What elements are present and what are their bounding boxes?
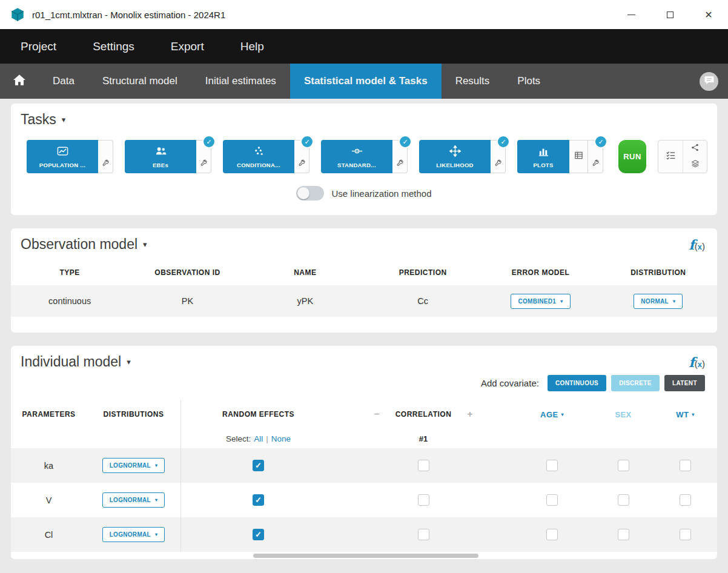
- age-cell: [511, 517, 593, 552]
- horizontal-scrollbar-track: [11, 554, 717, 559]
- correlation-add-button[interactable]: +: [467, 409, 472, 420]
- run-button[interactable]: RUN: [618, 140, 646, 173]
- tab-data[interactable]: Data: [39, 64, 88, 99]
- maximize-button[interactable]: [650, 0, 689, 29]
- task-checklist-button[interactable]: [658, 141, 683, 173]
- ka-correlation-checkbox[interactable]: [418, 460, 429, 471]
- task-done-badge: ✓: [300, 135, 314, 148]
- v-distribution-dropdown[interactable]: LOGNORMAL ▾: [102, 492, 165, 508]
- chevron-down-icon: ▾: [155, 463, 157, 468]
- task-likelihood: LIKELIHOOD ✓: [419, 140, 506, 173]
- linearization-toggle[interactable]: [296, 186, 324, 200]
- plots-selection-button[interactable]: [569, 140, 588, 173]
- chevron-down-icon: ▾: [155, 532, 157, 537]
- tasks-heading[interactable]: Tasks: [21, 111, 56, 128]
- fx-formula-icon[interactable]: f(x): [689, 354, 705, 370]
- wt-covariate-dropdown[interactable]: WT ▾: [676, 410, 694, 419]
- standard-errors-button[interactable]: STANDARD...: [321, 140, 392, 173]
- cl-wt-checkbox[interactable]: [680, 529, 691, 540]
- fx-formula-icon[interactable]: f(x): [689, 237, 705, 253]
- cl-distribution-dropdown[interactable]: LOGNORMAL ▾: [102, 527, 165, 542]
- conditional-distribution-button[interactable]: CONDITIONA...: [223, 140, 294, 173]
- sex-covariate-label[interactable]: SEX: [615, 410, 631, 419]
- ka-sex-checkbox[interactable]: [618, 460, 629, 471]
- ebes-icon: [155, 145, 167, 159]
- task-done-badge: ✓: [202, 135, 216, 148]
- layers-button[interactable]: [683, 157, 707, 173]
- main-content: Tasks ▾ POPULATION ... ✓: [0, 99, 728, 559]
- feedback-button[interactable]: [700, 72, 718, 91]
- cl-random-effect-checkbox[interactable]: [253, 529, 264, 540]
- minimize-button[interactable]: [612, 0, 650, 29]
- population-parameters-button[interactable]: POPULATION ...: [27, 140, 98, 173]
- col-name: NAME: [247, 268, 364, 277]
- observation-heading[interactable]: Observation model: [21, 236, 137, 253]
- tab-plots[interactable]: Plots: [503, 64, 554, 99]
- add-latent-covariate-button[interactable]: LATENT: [664, 375, 705, 391]
- cl-correlation-checkbox[interactable]: [418, 529, 429, 540]
- add-covariate-row: Add covariate: CONTINUOUS DISCRETE LATEN…: [11, 375, 717, 400]
- col-parameters: PARAMETERS: [11, 400, 87, 429]
- distribution-dropdown[interactable]: NORMAL ▾: [634, 294, 683, 309]
- individual-heading[interactable]: Individual model: [21, 354, 121, 370]
- observation-table-row: continuous PK yPK Cc COMBINED1 ▾ NORMAL …: [11, 285, 717, 317]
- menu-project[interactable]: Project: [21, 40, 56, 53]
- ka-distribution-dropdown[interactable]: LOGNORMAL ▾: [102, 458, 165, 473]
- collapse-caret-icon[interactable]: ▾: [143, 240, 147, 249]
- menu-settings[interactable]: Settings: [93, 40, 134, 53]
- wrench-icon: [494, 159, 502, 170]
- correlation-group-cell: #1: [336, 429, 511, 448]
- tab-statistical-model-tasks[interactable]: Statistical model & Tasks: [290, 64, 442, 99]
- ka-wt-checkbox[interactable]: [680, 460, 691, 471]
- v-correlation-checkbox[interactable]: [418, 494, 429, 506]
- tab-results[interactable]: Results: [442, 64, 504, 99]
- wt-cell: [654, 448, 717, 483]
- layers-icon: [691, 159, 700, 170]
- divider: |: [266, 434, 268, 443]
- obs-prediction: Cc: [417, 296, 428, 306]
- tab-initial-estimates[interactable]: Initial estimates: [191, 64, 290, 99]
- population-settings-button[interactable]: [98, 140, 113, 173]
- share-tasks-button[interactable]: [683, 141, 707, 157]
- ebes-button[interactable]: EBEs: [125, 140, 196, 173]
- correlation-remove-button[interactable]: −: [374, 409, 379, 420]
- observation-section-header: Observation model ▾ f(x): [11, 228, 717, 257]
- col-distributions: DISTRIBUTIONS: [87, 400, 181, 429]
- v-random-effect-checkbox[interactable]: [253, 494, 264, 506]
- tab-structural-model[interactable]: Structural model: [88, 64, 191, 99]
- col-age: AGE ▾: [511, 400, 593, 429]
- correlation-group-label: #1: [419, 434, 428, 443]
- collapse-caret-icon[interactable]: ▾: [62, 115, 66, 124]
- cl-sex-checkbox[interactable]: [618, 529, 629, 540]
- ka-random-effect-checkbox[interactable]: [253, 460, 264, 471]
- v-age-checkbox[interactable]: [546, 494, 558, 506]
- plots-button[interactable]: PLOTS: [517, 140, 569, 173]
- v-wt-checkbox[interactable]: [680, 494, 691, 506]
- home-button[interactable]: [0, 64, 39, 99]
- v-sex-checkbox[interactable]: [618, 494, 629, 506]
- error-model-value: COMBINED1: [518, 298, 556, 305]
- col-random-effects: RANDOM EFFECTS: [181, 400, 336, 429]
- select-none-link[interactable]: None: [271, 434, 291, 443]
- likelihood-button[interactable]: LIKELIHOOD: [419, 140, 491, 173]
- tasks-section-header: Tasks ▾: [11, 104, 717, 133]
- close-button[interactable]: ✕: [689, 0, 728, 29]
- menu-export[interactable]: Export: [171, 40, 204, 53]
- task-population-parameters: POPULATION ... ✓: [27, 140, 113, 173]
- close-icon: ✕: [704, 9, 712, 21]
- menu-help[interactable]: Help: [240, 40, 264, 53]
- individual-section-header: Individual model ▾ f(x): [11, 346, 717, 375]
- chevron-down-icon: ▾: [673, 299, 675, 304]
- cl-age-checkbox[interactable]: [546, 529, 558, 540]
- parameter-row-cl: Cl LOGNORMAL ▾: [11, 517, 717, 552]
- collapse-caret-icon[interactable]: ▾: [127, 357, 131, 366]
- select-all-link[interactable]: All: [254, 434, 263, 443]
- random-effect-cell: [181, 517, 336, 552]
- ka-age-checkbox[interactable]: [546, 460, 558, 471]
- age-covariate-dropdown[interactable]: AGE ▾: [540, 410, 564, 419]
- horizontal-scrollbar[interactable]: [253, 554, 478, 558]
- error-model-dropdown[interactable]: COMBINED1 ▾: [511, 294, 570, 309]
- add-discrete-covariate-button[interactable]: DISCRETE: [611, 375, 660, 391]
- parameter-name: ka: [11, 448, 87, 483]
- add-continuous-covariate-button[interactable]: CONTINUOUS: [548, 375, 606, 391]
